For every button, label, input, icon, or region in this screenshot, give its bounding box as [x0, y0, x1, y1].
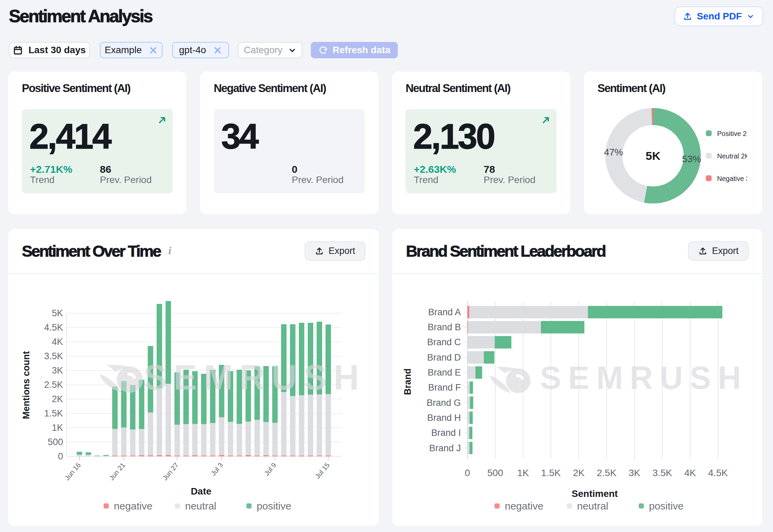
svg-text:1K: 1K — [517, 468, 529, 478]
svg-text:Brand: Brand — [403, 368, 413, 395]
svg-text:positive: positive — [649, 500, 684, 512]
svg-text:neutral: neutral — [185, 500, 216, 512]
svg-text:3.5K: 3.5K — [44, 351, 63, 361]
svg-text:2K: 2K — [573, 468, 585, 478]
svg-text:Brand B: Brand B — [428, 322, 461, 332]
svg-text:47%: 47% — [604, 147, 623, 157]
svg-text:Jul 15: Jul 15 — [314, 461, 331, 480]
svg-text:Brand A: Brand A — [428, 307, 461, 317]
svg-text:Jun 27: Jun 27 — [161, 461, 180, 482]
svg-text:neutral: neutral — [577, 500, 608, 512]
svg-text:Brand D: Brand D — [427, 352, 461, 363]
svg-text:negative: negative — [505, 500, 543, 512]
svg-text:2.5K: 2.5K — [44, 380, 63, 390]
svg-text:4.5K: 4.5K — [708, 468, 728, 478]
svg-text:5K: 5K — [52, 308, 63, 318]
svg-text:Brand J: Brand J — [429, 443, 461, 453]
svg-text:0: 0 — [58, 451, 63, 461]
svg-text:Jun 21: Jun 21 — [108, 461, 126, 482]
svg-text:0: 0 — [465, 468, 470, 478]
svg-text:Brand I: Brand I — [431, 428, 461, 438]
svg-text:500: 500 — [48, 437, 63, 447]
svg-text:2K: 2K — [52, 394, 63, 404]
svg-text:Brand G: Brand G — [427, 398, 461, 408]
svg-text:1K: 1K — [52, 423, 63, 433]
svg-text:1.5K: 1.5K — [541, 468, 561, 478]
svg-text:Jul 3: Jul 3 — [209, 461, 224, 477]
svg-text:500: 500 — [487, 468, 503, 478]
svg-text:positive: positive — [257, 500, 291, 512]
svg-text:53%: 53% — [682, 154, 701, 164]
svg-text:negative: negative — [114, 500, 152, 512]
svg-text:2.5K: 2.5K — [597, 468, 617, 478]
svg-text:Mentions count: Mentions count — [21, 351, 31, 419]
svg-text:4K: 4K — [52, 337, 63, 347]
svg-text:Date: Date — [191, 486, 212, 497]
svg-text:5K: 5K — [646, 149, 661, 162]
svg-text:Jun 16: Jun 16 — [63, 461, 82, 482]
svg-text:4K: 4K — [684, 468, 696, 478]
svg-text:3K: 3K — [52, 365, 63, 376]
svg-text:Brand H: Brand H — [427, 413, 461, 423]
svg-text:4.5K: 4.5K — [44, 322, 63, 333]
svg-text:Brand C: Brand C — [427, 337, 461, 347]
svg-text:Jul 9: Jul 9 — [263, 461, 278, 477]
svg-text:3.5K: 3.5K — [652, 468, 672, 478]
svg-text:Brand F: Brand F — [428, 382, 461, 393]
svg-text:3K: 3K — [628, 468, 640, 478]
svg-text:Brand E: Brand E — [428, 367, 461, 378]
svg-text:Sentiment: Sentiment — [572, 488, 618, 499]
svg-text:1.5K: 1.5K — [44, 408, 63, 419]
